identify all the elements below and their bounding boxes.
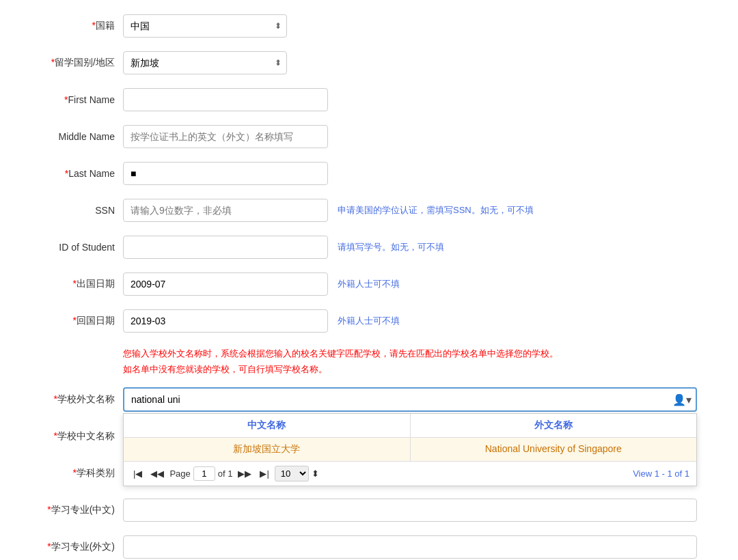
ssn-input[interactable] (123, 199, 328, 222)
study-country-select[interactable]: 新加坡 美国 英国 澳大利亚 (123, 51, 287, 74)
school-foreign-row: *学校外文名称 👤▾ 中文名称 外文名称 新加坡国立大学 National Un… (14, 387, 724, 412)
nationality-select-wrapper: 中国 美国 英国 其他 ⬍ (123, 14, 287, 38)
major-foreign-row: *学习专业(外文) (14, 535, 724, 559)
page-label: Page (169, 468, 190, 479)
pagination-left: |◀ ◀◀ Page of 1 ▶▶ ▶| 10 25 50 ⬍ (131, 466, 319, 481)
first-name-label: *First Name (14, 94, 123, 105)
return-date-label: *回国日期 (14, 315, 123, 327)
study-country-label: *留学国别/地区 (14, 57, 123, 69)
nationality-label: *国籍 (14, 20, 123, 32)
per-page-select[interactable]: 10 25 50 (275, 466, 309, 481)
info-block: 您输入学校外文名称时，系统会根据您输入的校名关键字匹配学校，请先在匹配出的学校名… (123, 346, 724, 378)
school-chinese-label: *学校中文名称 (14, 430, 123, 443)
id-student-label: ID of Student (14, 242, 123, 253)
study-country-row: *留学国别/地区 新加坡 美国 英国 澳大利亚 ⬍ (14, 51, 724, 75)
major-chinese-label: *学习专业(中文) (14, 504, 123, 516)
id-student-hint: 请填写学号。如无，可不填 (338, 241, 444, 253)
last-name-input[interactable] (123, 162, 328, 185)
info-line-1: 您输入学校外文名称时，系统会根据您输入的校名关键字匹配学校，请先在匹配出的学校名… (123, 346, 724, 361)
ssn-row: SSN 申请美国的学位认证，需填写SSN。如无，可不填 (14, 198, 724, 223)
return-date-hint: 外籍人士可不填 (338, 315, 400, 327)
id-student-row: ID of Student 请填写学号。如无，可不填 (14, 235, 724, 260)
study-country-select-wrapper: 新加坡 美国 英国 澳大利亚 ⬍ (123, 51, 287, 74)
leave-date-hint: 外籍人士可不填 (338, 278, 400, 290)
ssn-label: SSN (14, 205, 123, 216)
middle-name-label: Middle Name (14, 131, 123, 142)
major-chinese-row: *学习专业(中文) (14, 498, 724, 522)
school-dropdown: 中文名称 外文名称 新加坡国立大学 National University of… (123, 413, 697, 486)
dropdown-cell-chinese[interactable]: 新加坡国立大学 (124, 438, 411, 461)
middle-name-row: Middle Name (14, 124, 724, 149)
form-container: *国籍 中国 美国 英国 其他 ⬍ *留学国别/地区 新加坡 美国 英国 澳大利… (0, 14, 738, 560)
page-input[interactable] (193, 466, 215, 481)
major-foreign-label: *学习专业(外文) (14, 541, 123, 553)
next-page-btn[interactable]: ▶▶ (235, 467, 254, 480)
subject-label: *学科类别 (14, 467, 123, 479)
col-foreign-header: 外文名称 (411, 414, 697, 437)
last-name-label: *Last Name (14, 168, 123, 179)
per-page-arrow: ⬍ (312, 468, 319, 479)
info-line-2: 如名单中没有您就读的学校，可自行填写学校名称。 (123, 361, 724, 377)
return-date-row: *回国日期 外籍人士可不填 (14, 309, 724, 333)
dropdown-footer: |◀ ◀◀ Page of 1 ▶▶ ▶| 10 25 50 ⬍ (124, 461, 696, 486)
leave-date-input[interactable] (123, 272, 328, 296)
last-page-btn[interactable]: ▶| (257, 467, 271, 480)
dropdown-row-1[interactable]: 新加坡国立大学 National University of Singapore (124, 438, 696, 461)
prev-page-btn[interactable]: ◀◀ (148, 467, 167, 480)
first-name-input[interactable] (123, 88, 328, 111)
first-name-row: *First Name (14, 87, 724, 112)
nationality-select[interactable]: 中国 美国 英国 其他 (123, 14, 287, 38)
col-chinese-header: 中文名称 (124, 414, 411, 437)
nationality-row: *国籍 中国 美国 英国 其他 ⬍ (14, 14, 724, 38)
dropdown-header: 中文名称 外文名称 (124, 414, 696, 438)
leave-date-label: *出国日期 (14, 278, 123, 290)
school-input-wrapper: 👤▾ 中文名称 外文名称 新加坡国立大学 National University… (123, 387, 697, 412)
first-page-btn[interactable]: |◀ (131, 467, 145, 480)
last-name-row: *Last Name (14, 161, 724, 186)
leave-date-row: *出国日期 外籍人士可不填 (14, 272, 724, 296)
dropdown-cell-foreign[interactable]: National University of Singapore (411, 438, 697, 461)
school-foreign-label: *学校外文名称 (14, 393, 123, 406)
return-date-input[interactable] (123, 309, 328, 333)
id-student-input[interactable] (123, 236, 328, 259)
ssn-hint: 申请美国的学位认证，需填写SSN。如无，可不填 (338, 204, 534, 216)
school-foreign-input[interactable] (123, 387, 697, 412)
major-foreign-input[interactable] (123, 535, 697, 559)
major-chinese-input[interactable] (123, 499, 697, 522)
of-label: of 1 (218, 468, 233, 479)
middle-name-input[interactable] (123, 125, 328, 148)
view-info: View 1 - 1 of 1 (633, 468, 689, 479)
